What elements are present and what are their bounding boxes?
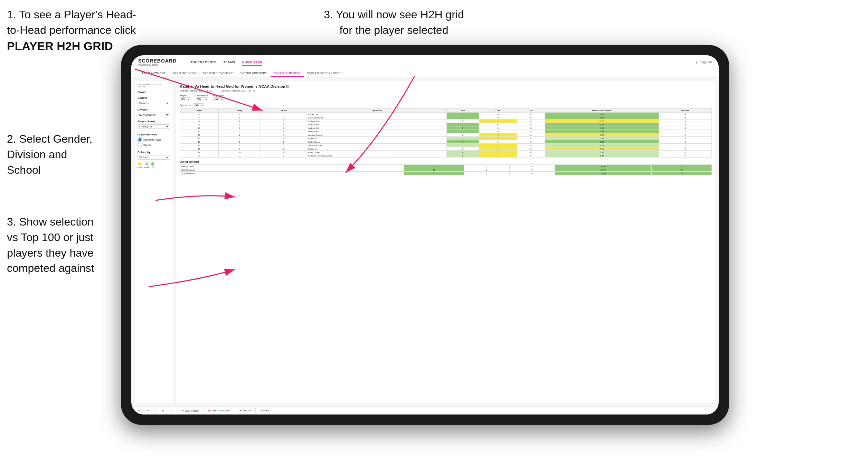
colour-by-dropdown[interactable]: Win/loss: [138, 155, 170, 160]
legend-up-dot: [151, 162, 154, 166]
opponent-view-label: Opponent view: [138, 133, 170, 136]
copy-btn[interactable]: ⊞: [160, 409, 166, 413]
data-area: Katelyn Vo Head-to-Head Grid for Women's…: [176, 81, 715, 403]
legend-up-label: Up: [152, 166, 154, 169]
left-sidebar: Last Updated: 27/03/2024 16:55:38 Player…: [135, 81, 173, 403]
share-btn[interactable]: ⬆ Share: [258, 409, 271, 413]
toolbar-divider4: [255, 408, 256, 413]
h2h-title: Katelyn Vo Head-to-Head Grid for Women's…: [180, 84, 712, 88]
division-dropdown[interactable]: NCAA Division III NCAA Division I NCAA D…: [138, 113, 170, 117]
region-label: Region: [180, 94, 190, 97]
toolbar-divider: [177, 408, 177, 413]
nav-teams[interactable]: TEAMS: [223, 59, 235, 65]
watch-btn[interactable]: 👁 Watch ▾: [238, 409, 253, 413]
region-filter[interactable]: (All): [180, 97, 190, 101]
sub-nav-team-h2h-grid[interactable]: TEAM H2H GRID: [169, 69, 199, 77]
instruction-step2: 2. Select Gender,Division andSchool: [7, 131, 117, 178]
player-section-title: Player: [138, 90, 170, 94]
player-rank-dropdown[interactable]: 8. Katelyn Vo: [138, 124, 170, 129]
top100-option[interactable]: Top 100: [138, 143, 170, 147]
table-row: 13 1 1 Jessica Huang 0 1 0 -3.00 2: [180, 133, 712, 137]
th-reg: # Reg: [218, 109, 261, 113]
top-nav: SCOREBOARD Powered by clippd TOURNAMENTS…: [131, 55, 719, 69]
nav-items: TOURNAMENTS TEAMS COMMITTEE: [190, 59, 684, 66]
filter-row: Region (All) Conference (All): [180, 94, 712, 101]
logo-subtitle: Powered by clippd: [138, 64, 177, 66]
sub-nav-player-summary[interactable]: PLAYER SUMMARY: [236, 69, 270, 77]
table-row: 16 1 3 Jessica Mason 1 2 0 -0.94 7: [180, 144, 712, 147]
bottom-toolbar: ↩ ↪ ⟨ ⊞ ↺ 👁 View: Original 🔖 Save Custom…: [131, 407, 719, 414]
instruction-step3-right: 3. You will now see H2H gridfor the play…: [311, 7, 477, 38]
table-row: 18 2 2 Euna Lee 0 4 0 -5.00 2: [180, 147, 712, 151]
table-row: 20 11 7 Federica Domecq Lacroze 2 1 0 1.…: [180, 154, 712, 158]
colour-by-label: Colour by: [138, 151, 170, 154]
toolbar-divider3: [235, 408, 235, 413]
nav-tournaments[interactable]: TOURNAMENTS: [190, 59, 216, 65]
opponent-view-radios: Opponents Played Top 100: [138, 137, 170, 147]
sub-nav-player-h2h-grid[interactable]: PLAYER H2H GRID: [271, 69, 304, 77]
logo-title: SCOREBOARD: [138, 58, 177, 64]
opponents-row: Opponents: (All): [180, 103, 712, 107]
out-of-division-table: Foreign Team 1 0 0 4.500 2 NAIA Division…: [180, 164, 712, 175]
h2h-records: Overall Record: 353 - 34 - 6 Division Re…: [180, 89, 712, 92]
table-row: 14 7 4 Eunice Yi 2 2 0 0.38 9: [180, 137, 712, 140]
app-container: SCOREBOARD Powered by clippd TOURNAMENTS…: [131, 55, 719, 414]
opponents-played-option[interactable]: Opponents Played: [138, 137, 170, 142]
list-item: Foreign Team 1 0 0 4.500 2: [180, 165, 712, 168]
tablet-frame: SCOREBOARD Powered by clippd TOURNAMENTS…: [121, 45, 729, 425]
undo-btn[interactable]: ↩: [136, 409, 142, 413]
th-win: Win: [446, 109, 479, 113]
th-tie: Tie: [517, 109, 545, 113]
table-row: 5 2 2 Alexis Sudjianto 1 0 0 4.00 3: [180, 116, 712, 120]
step3-left-text: 3. Show selectionvs Top 100 or justplaye…: [7, 216, 94, 274]
opponent-filter-group: Opponent (All): [213, 94, 224, 101]
refresh-btn[interactable]: ↺: [169, 409, 174, 413]
opponents-select[interactable]: (All): [193, 103, 204, 107]
step3-right-text: 3. You will now see H2H gridfor the play…: [324, 8, 464, 36]
table-row: 6 3 3 Sydney Kuo 0 1 0 -1.00 3: [180, 120, 712, 123]
sub-nav-team-h2h-heatmap[interactable]: TEAM H2H HEATMAP: [199, 69, 236, 77]
conference-filter-group: Conference (All): [196, 94, 208, 101]
table-row: 19 10 6 Emily Chang 4 1 0 0.30 11: [180, 151, 712, 154]
player-rank-label: Player (Rank): [138, 120, 170, 123]
gender-dropdown[interactable]: Women's Men's: [138, 101, 170, 105]
table-header-row: # Div # Reg # Conf Opponent Win Loss Tie…: [180, 109, 712, 113]
table-row: 9 1 4 Sharon Mun 1 0 0 3.67 3: [180, 123, 712, 126]
th-opponent: Opponent: [307, 109, 446, 113]
sidebar-timestamp: Last Updated: 27/03/2024 16:55:38: [138, 84, 170, 88]
legend-down-dot: [138, 162, 142, 166]
th-conf: # Conf: [261, 109, 307, 113]
opponent-filter[interactable]: (All): [213, 97, 224, 101]
tablet-screen: SCOREBOARD Powered by clippd TOURNAMENTS…: [131, 55, 719, 414]
main-content: Last Updated: 27/03/2024 16:55:38 Player…: [131, 77, 719, 407]
overall-record: Overall Record: 353 - 34 - 6: [180, 89, 212, 92]
nav-committee[interactable]: COMMITTEE: [242, 59, 262, 66]
sub-nav-player-h2h-heatmap[interactable]: PLAYER H2H HEATMAP: [304, 69, 344, 77]
th-div: # Div: [180, 109, 219, 113]
table-row: 15 8 5 Stella Cheng 1 0 0 1.25 4: [180, 140, 712, 144]
list-item: NCAA Division 2 5 0 0 7.400 10: [180, 172, 712, 175]
nav-separator: i |: [695, 60, 697, 64]
table-row: 11 2 5 Heejo Hyun 1 0 0 3.33 3: [180, 130, 712, 133]
conference-filter[interactable]: (All): [196, 97, 208, 101]
instruction-step1: 1. To see a Player's Head-to-Head perfor…: [7, 7, 138, 54]
sign-out-link[interactable]: Sign out: [700, 60, 712, 64]
division-record: Division Record: 331 - 34 - 6: [222, 89, 255, 92]
view-original-btn[interactable]: 👁 View: Original: [180, 409, 200, 413]
sub-nav: TEAM SUMMARY TEAM H2H GRID TEAM H2H HEAT…: [131, 69, 719, 77]
nav-right: i | Sign out: [695, 60, 712, 64]
save-custom-btn[interactable]: 🔖 Save Custom View: [206, 409, 232, 413]
list-item: NAIA Division 1 15 0 0 9.267 30: [180, 168, 712, 172]
out-of-division-header: Out of division: [180, 160, 712, 163]
table-row: 4 1 1 Esther Lee 1 0 0 1.50 4: [180, 113, 712, 116]
gender-label: Gender: [138, 96, 170, 99]
th-diff: Diff Av Strokes/Rnd: [545, 109, 659, 113]
table-row: 10 6 3 Andrea York 2 0 0 4.00 4: [180, 126, 712, 130]
division-label: Division: [138, 108, 170, 111]
colour-legend: Down Level Up: [138, 162, 170, 169]
sub-nav-team-summary[interactable]: TEAM SUMMARY: [138, 69, 169, 77]
back-btn[interactable]: ⟨: [153, 409, 158, 413]
legend-down-label: Down: [138, 166, 142, 169]
redo-btn[interactable]: ↪: [145, 409, 150, 413]
conference-label: Conference: [196, 94, 208, 97]
